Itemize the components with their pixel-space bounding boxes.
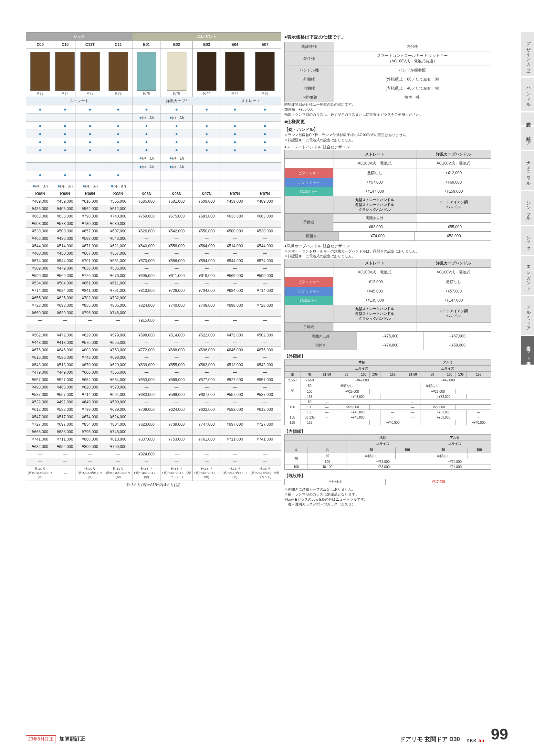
glass-code: K08N bbox=[76, 190, 104, 198]
sidebar-tab[interactable]: 断熱ドア bbox=[521, 127, 534, 150]
revision-label: 加算額訂正 bbox=[60, 736, 85, 742]
price-row: ¥534,000¥504,000¥661,000¥611,000————— bbox=[26, 280, 281, 287]
kisetsu-table: 半外付枠+¥17,000 bbox=[284, 479, 491, 485]
glass-code: K08N bbox=[26, 190, 54, 198]
glass-code: K07N bbox=[249, 190, 281, 198]
price-row: ¥612,000¥582,000¥739,000¥689,000¥708,000… bbox=[26, 406, 281, 413]
door-thumb-cell: P.78 bbox=[249, 48, 281, 97]
model-header: C09 bbox=[26, 41, 54, 48]
price-row: ¥509,000¥479,000¥636,000¥586,000————— bbox=[26, 265, 281, 272]
door-thumb-cell: P.77 bbox=[192, 48, 221, 97]
price-row: ¥682,000¥652,000¥809,000¥759,000————— bbox=[26, 443, 281, 450]
price-row: ¥574,000¥544,000¥701,000¥651,000¥670,000… bbox=[26, 257, 281, 265]
gaigaku-title: 【外額縁】 bbox=[284, 353, 491, 359]
combi-yf-note2: ※顔認証キーに電池式の設定はありません。 bbox=[284, 254, 491, 258]
glass-spec: 外:3ミリ(透)+A15+内:4ミリ(型) bbox=[76, 466, 104, 481]
naigaku-table: 木目アルミ 上サイズ上サイズ 左右4010040100 4040差額なし差額なし… bbox=[284, 434, 491, 470]
sidebar-tab[interactable]: アルミドア bbox=[521, 296, 534, 335]
combi-yf-manual: 両開き以外−¥75,000−¥67,000 両開き−¥74,000−¥58,00… bbox=[284, 332, 491, 350]
glass-spec: 外:3ミリ(透)+A15+内:4ミリ(型) bbox=[192, 466, 221, 481]
price-row: ¥599,000¥569,000¥726,000¥676,000¥695,000… bbox=[26, 272, 281, 280]
door-thumb-cell: P.77 bbox=[221, 48, 249, 97]
combi-straight: ストレート洋風カーブハンドル AC100V式・電池式AC100V式・電池式 ピタ… bbox=[284, 150, 491, 231]
availability-row: ●●●●●●●●● bbox=[26, 105, 281, 114]
glass-spec: 外:3ミリ(透)+A15+内:4ミリ(型) bbox=[221, 466, 249, 481]
price-row: ————————— bbox=[26, 458, 281, 466]
glass-code: K08N bbox=[54, 190, 76, 198]
price-row: ¥493,000¥463,000¥620,000¥570,000————— bbox=[26, 384, 281, 391]
availability-row: ●(枠：B7)●(枠：B7)●(枠：B7)●(枠：B7) bbox=[26, 182, 281, 190]
gaigaku-table: 木目アルミ 上サイズ上サイズ 左右 21-5080100135155 21-50… bbox=[284, 359, 491, 425]
availability-row: ●●●● bbox=[26, 171, 281, 179]
combi-yf: ストレート洋風カーブハンドル AC100V式・電池式AC100V式・電池式 ピタ… bbox=[284, 259, 491, 332]
glass-code: K06N bbox=[161, 190, 192, 198]
model-header: E02 bbox=[161, 41, 192, 48]
price-row: ¥587,000¥557,000¥714,000¥664,000¥683,000… bbox=[26, 391, 281, 398]
price-row: ¥668,000¥638,000¥795,000¥745,000————— bbox=[26, 428, 281, 436]
model-header: E01 bbox=[133, 41, 161, 48]
door-thumb-cell: P.74 bbox=[54, 48, 76, 97]
glass-code: K08N bbox=[104, 190, 132, 198]
glass-code: K06N bbox=[133, 190, 161, 198]
door-thumb-cell: P.75 bbox=[104, 48, 132, 97]
combi-yf-title: ●洋風カーブハンドル 組合せデザイン bbox=[284, 243, 491, 249]
kisetsu-title: 【既設枠】 bbox=[284, 473, 491, 479]
price-row: ¥466,000¥436,000¥593,000¥543,000————— bbox=[26, 235, 281, 242]
sidebar-tab[interactable]: ハンドル bbox=[521, 78, 534, 111]
availability-row: ●(枠：JJ)●(枠：JJ) bbox=[26, 163, 281, 171]
glass-spec: 外:3ミリ(透)+A15+内:4ミリ(型) bbox=[104, 466, 132, 481]
cat-chic: シック bbox=[26, 33, 133, 41]
price-row: ¥543,000¥513,000¥670,000¥620,000¥639,000… bbox=[26, 361, 281, 369]
availability-row bbox=[26, 179, 281, 182]
door-thumb-cell: P.73 bbox=[26, 48, 54, 97]
change-title: ■仕様変更 bbox=[284, 119, 491, 125]
price-row: ¥489,000¥459,000¥616,000¥566,000¥585,000… bbox=[26, 198, 281, 205]
price-row: ¥741,000¥711,000¥868,000¥818,000¥837,000… bbox=[26, 436, 281, 443]
sidebar-tab[interactable]: シック bbox=[521, 226, 534, 255]
handle-straight2: ストレート bbox=[221, 97, 281, 105]
model-header: E03 bbox=[192, 41, 221, 48]
price-row: ¥557,000¥527,000¥684,000¥634,000¥653,000… bbox=[26, 376, 281, 384]
price-row: ¥676,000¥646,000¥803,000¥753,000¥772,000… bbox=[26, 346, 281, 354]
door-thumb-cell: P.76 bbox=[133, 48, 161, 97]
price-row: ¥714,000¥684,000¥841,000¥791,000¥810,000… bbox=[26, 287, 281, 294]
combi-yf-note1: ※スマートコントロールキーの洋風カーブハンドルは、両開きの設定はありません。 bbox=[284, 249, 491, 254]
price-row: ¥522,000¥492,000¥649,000¥599,000————— bbox=[26, 398, 281, 406]
availability-row: ●●●●●●●●● bbox=[26, 130, 281, 138]
sidebar-tab[interactable]: エレガント bbox=[521, 256, 534, 295]
spec-notes: 防犯建物部品仕様は手動錠のみの設定です。加算額 +¥33,000袖部・ランマ部の… bbox=[284, 102, 491, 117]
price-row: ¥544,000¥514,000¥671,000¥621,000¥640,000… bbox=[26, 242, 281, 250]
revision-badge: 23年9月訂正 bbox=[26, 735, 56, 743]
sidebar-tab[interactable]: デザイン・カラー bbox=[521, 32, 534, 76]
model-header: E07 bbox=[249, 41, 281, 48]
naigaku-title: 【内額縁】 bbox=[284, 429, 491, 434]
availability-row: ●●●●●●●●● bbox=[26, 146, 281, 154]
spec-table: 既設枠種内付枠錠仕様スマートコントロールキー ピタットキー （AC100V式・電… bbox=[284, 42, 491, 102]
combi-straight-title: ●ストレートハンドル 組合せデザイン bbox=[284, 145, 491, 150]
spec-header: ●表示価格は下記の仕様です。 bbox=[284, 34, 491, 40]
availability-row: ●●●●●●●●● bbox=[26, 122, 281, 130]
door-thumb-cell: P.75 bbox=[76, 48, 104, 97]
footer: 23年9月訂正 加算額訂正 ドアリモ 玄関ドア D30 YKK ap 99 bbox=[26, 725, 508, 743]
lock-notes: ※ランマ付両袖FIX枠・ランマ付袖付親子枠にAC100V式の設定はありません。※… bbox=[284, 132, 491, 143]
sidebar-tab[interactable]: シンプル bbox=[521, 191, 534, 225]
price-row: ————————— bbox=[26, 324, 281, 332]
sidebar-tab[interactable]: 商品紹介 bbox=[521, 113, 534, 125]
foot-notes: ※両開きに洋風カーブの設定はありません。※袖・ランマ部のガラスは別途品となります… bbox=[284, 487, 491, 507]
brand-logo: YKK ap bbox=[467, 738, 485, 743]
price-row: ¥669,000¥639,000¥796,000¥746,000————— bbox=[26, 309, 281, 317]
availability-row: ●●●●●●●●● bbox=[26, 138, 281, 146]
price-row: ¥728,000¥698,000¥855,000¥805,000¥824,000… bbox=[26, 302, 281, 309]
sidebar-tab[interactable]: 基本セット価格表 bbox=[521, 336, 534, 364]
glass-spec: — bbox=[54, 466, 76, 481]
model-header: C10 bbox=[54, 41, 76, 48]
price-row: ————¥924,000———— bbox=[26, 450, 281, 458]
product-title: ドアリモ 玄関ドア D30 bbox=[400, 735, 460, 743]
price-row: ¥616,000¥586,000¥743,000¥693,000————— bbox=[26, 354, 281, 361]
price-row: ¥480,000¥450,000¥607,000¥557,000————— bbox=[26, 250, 281, 257]
price-row: ¥479,000¥449,000¥606,000¥556,000————— bbox=[26, 369, 281, 376]
glass-spec: 外:3ミリ(透)+A15+内:4ミリ(型) bbox=[26, 466, 54, 481]
sidebar-tab[interactable]: ナチュラル bbox=[521, 151, 534, 190]
availability-row: ●(枠：JJ)●(枠：JJ) bbox=[26, 154, 281, 163]
price-row: ¥435,000¥405,000¥562,000¥512,000————— bbox=[26, 205, 281, 213]
